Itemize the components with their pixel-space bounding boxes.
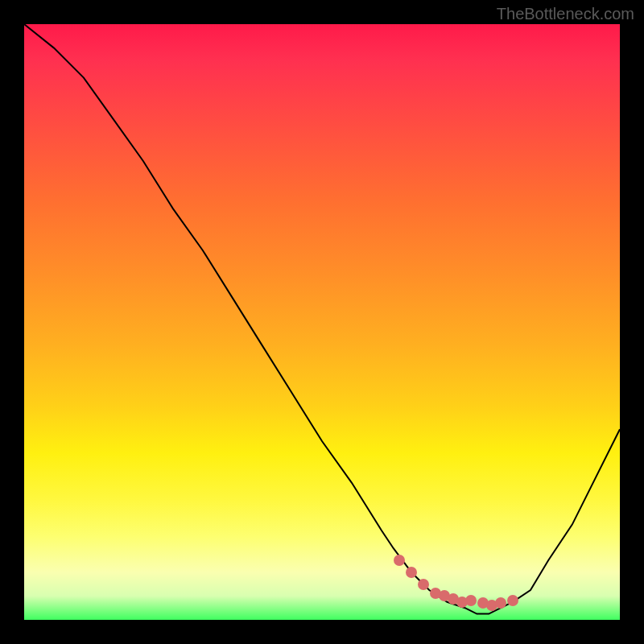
chart-canvas bbox=[24, 24, 620, 620]
data-marker bbox=[394, 555, 405, 566]
marker-cluster bbox=[24, 24, 620, 620]
data-marker bbox=[418, 579, 429, 590]
data-marker bbox=[495, 597, 506, 609]
data-marker bbox=[406, 567, 417, 578]
data-marker bbox=[507, 595, 518, 606]
data-marker bbox=[465, 595, 477, 606]
watermark-text: TheBottleneck.com bbox=[497, 5, 634, 23]
